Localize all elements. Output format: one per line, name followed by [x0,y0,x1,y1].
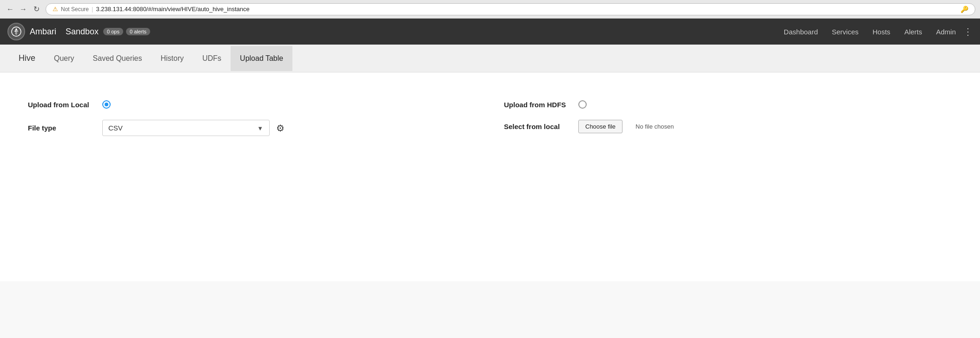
file-type-label: File type [28,124,93,132]
brand: Ambari [7,23,56,40]
brand-name: Ambari [30,27,56,37]
upload-section: Upload from Local File type CSV JSON XML… [28,91,952,156]
hive-title: Hive [9,45,45,72]
select-local-label: Select from local [504,123,569,130]
ambari-logo [7,23,25,40]
hive-tabs: Hive Query Saved Queries History UDFs Up… [0,45,980,72]
upload-hdfs-label: Upload from HDFS [504,101,569,109]
lock-icon: 🔑 [960,6,968,13]
browser-chrome: ← → ↻ ⚠ Not Secure | 3.238.131.44:8080/#… [0,0,980,19]
nav-buttons: ← → ↻ [5,4,42,15]
not-secure-icon: ⚠ [53,6,58,13]
tab-history[interactable]: History [151,46,193,71]
upload-local-radio[interactable] [102,100,111,109]
upload-hdfs-row: Upload from HDFS [504,100,952,109]
address-bar[interactable]: ⚠ Not Secure | 3.238.131.44:8080/#/main/… [46,3,975,15]
upload-right: Upload from HDFS Select from local Choos… [504,100,952,144]
tab-query[interactable]: Query [45,46,84,71]
top-nav: Ambari Sandbox 0 ops 0 alerts Dashboard … [0,19,980,45]
no-file-text: No file chosen [636,123,674,130]
back-button[interactable]: ← [5,4,16,15]
tab-udfs[interactable]: UDFs [193,46,231,71]
nav-services[interactable]: Services [832,28,859,36]
tab-saved-queries[interactable]: Saved Queries [84,46,152,71]
nav-admin[interactable]: Admin [936,28,956,36]
gear-button[interactable]: ⚙ [274,121,286,136]
address-separator: | [92,6,93,13]
file-type-wrapper: CSV JSON XML ORC ▼ ⚙ [102,120,286,136]
address-url: 3.238.131.44:8080/#/main/view/HIVE/auto_… [96,6,249,13]
upload-hdfs-radio[interactable] [578,100,587,109]
menu-icon[interactable]: ⋮ [963,26,973,37]
upload-local-label: Upload from Local [28,101,93,109]
ops-badge[interactable]: 0 ops [103,28,123,35]
alerts-badge[interactable]: 0 alerts [126,28,150,35]
not-secure-label: Not Secure [61,6,89,13]
nav-hosts[interactable]: Hosts [873,28,890,36]
sandbox-label: Sandbox [66,27,99,37]
file-type-row: File type CSV JSON XML ORC ▼ ⚙ [28,120,476,136]
choose-file-button[interactable]: Choose file [578,120,622,133]
tab-upload-table[interactable]: Upload Table [231,46,292,71]
nav-links: Dashboard Services Hosts Alerts Admin [784,28,956,36]
nav-alerts[interactable]: Alerts [904,28,922,36]
upload-left: Upload from Local File type CSV JSON XML… [28,100,476,147]
main-content: Upload from Local File type CSV JSON XML… [0,72,980,281]
upload-local-row: Upload from Local [28,100,476,109]
forward-button[interactable]: → [18,4,29,15]
reload-button[interactable]: ↻ [31,4,42,15]
select-local-row: Select from local Choose file No file ch… [504,120,952,133]
nav-dashboard[interactable]: Dashboard [784,28,818,36]
file-type-select[interactable]: CSV JSON XML ORC [102,120,270,136]
